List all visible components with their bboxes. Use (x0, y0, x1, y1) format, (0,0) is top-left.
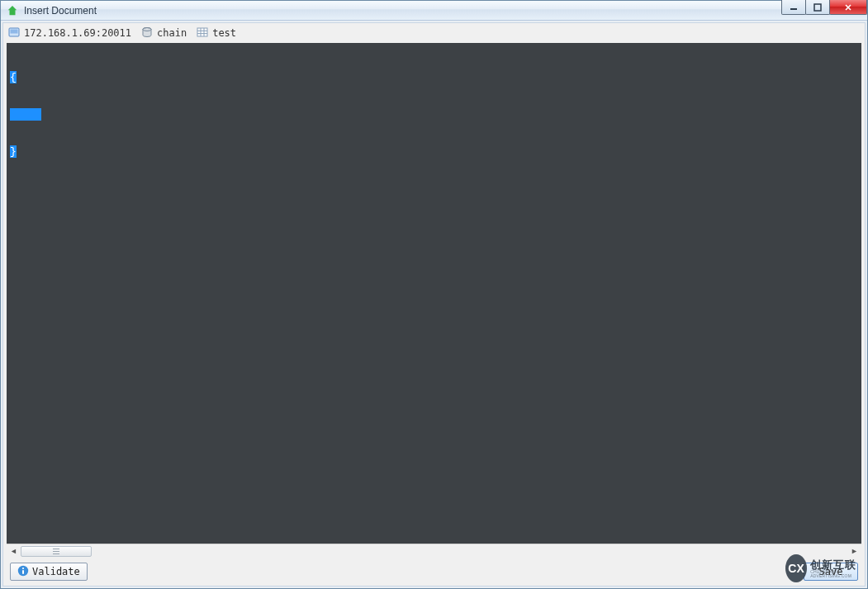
scroll-grip-icon (53, 549, 59, 554)
scroll-track[interactable] (21, 545, 847, 558)
scroll-right-arrow[interactable]: ► (847, 545, 861, 558)
collection-crumb: test (197, 26, 236, 40)
svg-rect-0 (790, 8, 797, 10)
server-label: 172.168.1.69:20011 (24, 27, 131, 39)
window-title: Insert Document (24, 5, 97, 17)
validate-label: Validate (32, 566, 80, 577)
editor-line-1: { (10, 71, 17, 83)
database-crumb: chain (141, 26, 187, 40)
titlebar[interactable]: Insert Document (1, 1, 867, 21)
editor-line-2 (10, 108, 41, 121)
editor-line-3: } (10, 145, 17, 158)
server-crumb: 172.168.1.69:20011 (8, 26, 131, 40)
svg-rect-6 (197, 28, 207, 36)
svg-rect-3 (11, 29, 18, 33)
server-icon (8, 26, 20, 40)
info-icon (17, 565, 29, 579)
svg-rect-1 (814, 4, 821, 11)
breadcrumb: 172.168.1.69:20011 chain test (3, 23, 865, 43)
footer: Validate Save (3, 558, 865, 586)
collection-label: test (212, 27, 236, 39)
database-label: chain (157, 27, 187, 39)
json-editor[interactable]: { } (7, 43, 861, 544)
svg-point-12 (22, 567, 24, 568)
database-icon (141, 26, 153, 40)
scroll-left-arrow[interactable]: ◄ (7, 545, 21, 558)
content-frame: 172.168.1.69:20011 chain test { } (2, 22, 866, 587)
window-controls (782, 0, 867, 15)
horizontal-scrollbar[interactable]: ◄ ► (7, 544, 861, 558)
maximize-button[interactable] (805, 0, 830, 15)
save-button[interactable]: Save (804, 563, 858, 581)
scroll-thumb[interactable] (21, 546, 92, 557)
validate-button[interactable]: Validate (10, 563, 88, 581)
dialog-window: Insert Document 172.168.1.69:20011 (0, 0, 868, 589)
app-icon (6, 4, 19, 17)
close-button[interactable] (829, 0, 867, 15)
table-icon (197, 26, 208, 40)
svg-rect-13 (22, 570, 24, 574)
minimize-button[interactable] (781, 0, 806, 15)
save-label: Save (819, 566, 843, 577)
